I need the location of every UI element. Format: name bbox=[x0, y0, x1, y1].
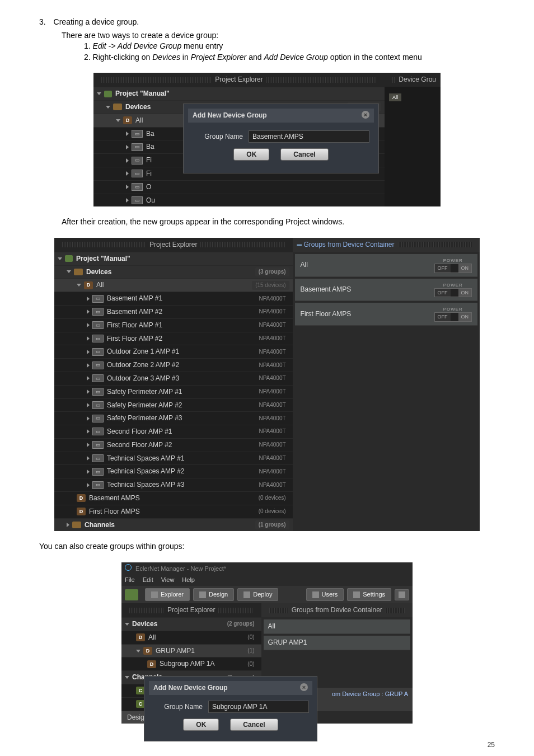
expand-icon[interactable] bbox=[126, 198, 129, 203]
expand-icon[interactable] bbox=[87, 336, 90, 341]
menu-item[interactable]: Help bbox=[182, 576, 195, 584]
device-label: Fi bbox=[146, 169, 152, 179]
group-label: All bbox=[268, 622, 275, 631]
devices-row[interactable]: Devices (2 groups) bbox=[121, 617, 261, 631]
expand-icon[interactable] bbox=[87, 483, 90, 487]
device-row[interactable]: ▭Technical Spaces AMP #3NPA4000T bbox=[54, 478, 293, 491]
close-icon[interactable]: × bbox=[362, 111, 369, 119]
expand-icon[interactable] bbox=[87, 309, 90, 314]
power-toggle[interactable]: POWEROFFON bbox=[434, 257, 472, 273]
channels-row[interactable]: Channels (1 groups) bbox=[54, 518, 293, 532]
field-label: Group Name bbox=[152, 702, 203, 712]
expand-icon[interactable] bbox=[87, 456, 90, 461]
device-row[interactable]: ▭Safety Perimeter AMP #2NPA4000T bbox=[54, 398, 293, 412]
group-name-input[interactable] bbox=[208, 701, 309, 713]
expand-icon[interactable] bbox=[87, 469, 90, 474]
device-icon: ▭ bbox=[92, 361, 104, 369]
lock-button[interactable] bbox=[395, 589, 409, 600]
group-item[interactable]: First Floor AMPSPOWEROFFON bbox=[295, 303, 477, 326]
device-model: NPA4000T bbox=[255, 481, 289, 490]
cancel-button[interactable]: Cancel bbox=[280, 148, 328, 161]
device-row[interactable]: ▭Second Floor AMP #1NPA4000T bbox=[54, 425, 293, 438]
power-toggle[interactable]: POWEROFFON bbox=[434, 306, 472, 322]
group-item[interactable]: AllPOWEROFFON bbox=[295, 254, 477, 277]
field-label: Group Name bbox=[193, 132, 243, 142]
expand-icon[interactable] bbox=[87, 297, 90, 301]
group-row[interactable]: DBasement AMPS(0 devices) bbox=[54, 491, 293, 505]
group-label: Basement AMPS bbox=[89, 494, 140, 503]
group-item[interactable]: GRUP AMP1 bbox=[264, 636, 410, 650]
expand-icon[interactable] bbox=[116, 119, 120, 122]
device-row[interactable]: ▭First Floor AMP #1NPA4000T bbox=[54, 318, 293, 332]
ok-button[interactable]: OK bbox=[233, 148, 269, 161]
device-row[interactable]: ▭Outdoor Zone 3 AMP #3NPA4000T bbox=[54, 372, 293, 385]
users-tab[interactable]: Users bbox=[306, 588, 344, 601]
explorer-tab[interactable]: Explorer bbox=[145, 588, 190, 601]
power-toggle[interactable]: POWEROFFON bbox=[434, 282, 472, 298]
expand-icon[interactable] bbox=[87, 363, 90, 368]
menu-item[interactable]: Edit bbox=[143, 576, 153, 584]
menu-item[interactable]: File bbox=[125, 576, 135, 584]
device-row[interactable]: ▭Technical Spaces AMP #1NPA4000T bbox=[54, 452, 293, 465]
ok-button[interactable]: OK bbox=[183, 719, 219, 731]
grup-amp1-row[interactable]: D GRUP AMP1 (1) bbox=[121, 644, 261, 658]
device-row[interactable]: ▭Safety Perimeter AMP #3NPA4000T bbox=[54, 411, 293, 425]
device-row[interactable]: ▭Ou bbox=[93, 194, 385, 207]
expand-icon[interactable] bbox=[126, 145, 129, 149]
group-row[interactable]: DFirst Floor AMPS(0 devices) bbox=[54, 505, 293, 518]
expand-icon[interactable] bbox=[126, 185, 129, 189]
project-icon bbox=[65, 255, 73, 262]
expand-icon[interactable] bbox=[67, 523, 69, 527]
all-row[interactable]: D All (15 devices) bbox=[54, 278, 293, 292]
expand-icon[interactable] bbox=[87, 376, 90, 381]
all-badge[interactable]: All bbox=[389, 93, 401, 101]
all-badge: (15 devices) bbox=[252, 281, 289, 290]
expand-icon[interactable] bbox=[67, 270, 71, 273]
expand-icon[interactable] bbox=[87, 429, 90, 434]
menu-item[interactable]: View bbox=[161, 576, 175, 584]
group-item[interactable]: Basement AMPSPOWEROFFON bbox=[295, 279, 477, 302]
expand-icon[interactable] bbox=[87, 403, 90, 407]
expand-icon[interactable] bbox=[126, 171, 129, 176]
device-row[interactable]: ▭Basement AMP #1NPA4000T bbox=[54, 292, 293, 305]
project-row[interactable]: Project "Manual" bbox=[93, 87, 385, 100]
devices-row[interactable]: Devices (3 groups) bbox=[54, 265, 293, 279]
expand-icon[interactable] bbox=[97, 92, 101, 95]
expand-icon[interactable] bbox=[87, 443, 90, 447]
expand-icon[interactable] bbox=[87, 416, 90, 421]
expand-icon[interactable] bbox=[77, 284, 81, 287]
device-row[interactable]: ▭Outdoor Zone 1 AMP #1NPA4000T bbox=[54, 345, 293, 358]
expand-icon[interactable] bbox=[106, 106, 110, 109]
design-tab[interactable]: Design bbox=[193, 588, 234, 601]
expand-icon[interactable] bbox=[87, 350, 90, 354]
device-row[interactable]: ▭First Floor AMP #2NPA4000T bbox=[54, 332, 293, 345]
device-model: NPA4000T bbox=[255, 440, 289, 449]
expand-icon[interactable] bbox=[136, 650, 140, 652]
settings-tab[interactable]: Settings bbox=[347, 588, 391, 601]
devices-badge: (3 groups) bbox=[255, 267, 289, 276]
all-row[interactable]: D All (0) bbox=[121, 631, 261, 644]
device-row[interactable]: ▭Technical Spaces AMP #2NPA4000T bbox=[54, 464, 293, 478]
device-row[interactable]: ▭Safety Perimeter AMP #1NPA4000T bbox=[54, 385, 293, 398]
device-row[interactable]: ▭Basement AMP #2NPA4000T bbox=[54, 305, 293, 318]
title-stripes bbox=[392, 77, 395, 83]
close-icon[interactable]: × bbox=[300, 683, 308, 691]
expand-icon[interactable] bbox=[58, 257, 62, 260]
expand-icon[interactable] bbox=[125, 676, 129, 679]
expand-icon[interactable] bbox=[126, 158, 129, 163]
expand-icon[interactable] bbox=[87, 389, 90, 394]
project-label: Project "Manual" bbox=[76, 254, 130, 264]
expand-icon[interactable] bbox=[126, 132, 129, 136]
device-row[interactable]: ▭O bbox=[93, 180, 385, 194]
group-item[interactable]: All bbox=[264, 619, 410, 634]
cancel-button[interactable]: Cancel bbox=[230, 719, 278, 731]
device-row[interactable]: ▭Second Floor AMP #2NPA4000T bbox=[54, 438, 293, 452]
group-icon: D bbox=[77, 494, 86, 502]
device-row[interactable]: ▭Outdoor Zone 2 AMP #2NPA4000T bbox=[54, 358, 293, 372]
deploy-tab[interactable]: Deploy bbox=[237, 588, 278, 601]
group-name-input[interactable] bbox=[249, 130, 369, 143]
subgroup-row[interactable]: D Subgroup AMP 1A (0) bbox=[121, 657, 261, 670]
project-row[interactable]: Project "Manual" bbox=[54, 252, 293, 265]
expand-icon[interactable] bbox=[87, 323, 90, 327]
expand-icon[interactable] bbox=[125, 623, 129, 626]
